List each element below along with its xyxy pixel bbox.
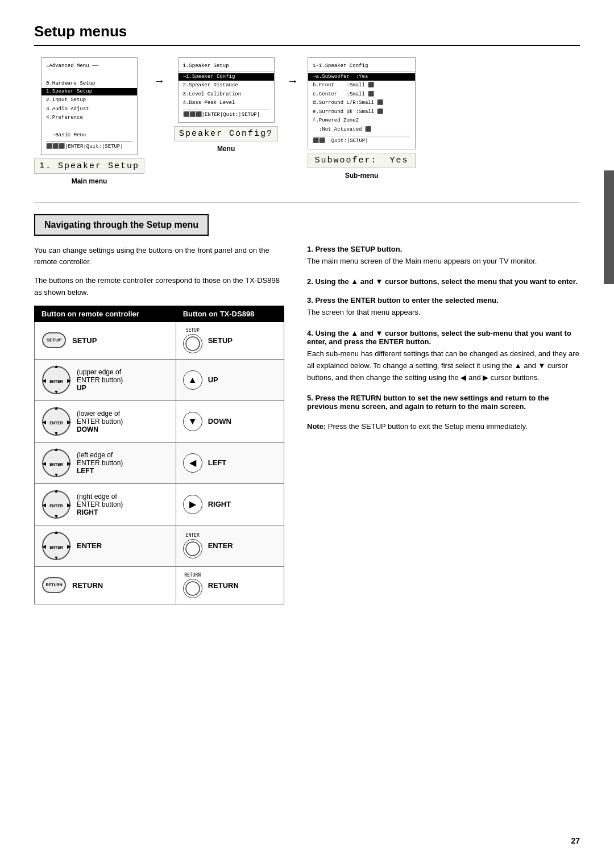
device-cell: ◀ LEFT <box>176 442 284 483</box>
enter-remote-icon: ▲ ▼ ◀ ▶ ENTER <box>42 490 71 519</box>
subsub-menu-lcd: Subwoofer: Yes <box>308 153 416 168</box>
device-cell: ▼ DOWN <box>176 400 284 442</box>
svg-point-33 <box>186 542 200 556</box>
sub-menu-lcd: Speaker Config? <box>174 126 278 141</box>
svg-text:▼: ▼ <box>54 472 59 478</box>
step-list: 1. Press the SETUP button.The main menu … <box>307 245 580 411</box>
arrow-1: → <box>154 57 165 87</box>
remote-cell: ▲ ▼ ◀ ▶ ENTER (right edge ofENTER button… <box>35 483 176 525</box>
page-number: 27 <box>571 836 580 845</box>
setup-remote-icon: SETUP <box>42 332 67 349</box>
remote-cell: ▲ ▼ ◀ ▶ ENTER (upper edge ofENTER button… <box>35 359 176 400</box>
col-header-remote: Button on remote controller <box>35 306 176 322</box>
note-label: Note: <box>307 422 326 431</box>
device-btn-label: LEFT <box>208 458 227 467</box>
main-menu-label: Main menu <box>72 177 107 185</box>
device-btn-icon: ▼ <box>183 412 202 431</box>
svg-text:▶: ▶ <box>67 461 71 466</box>
svg-point-2 <box>186 337 200 350</box>
step-body: Each sub-menu has different settings tha… <box>307 348 580 383</box>
device-btn-cell: RETURN RETURN <box>183 573 277 598</box>
step-item: 5. Press the RETURN button to set the ne… <box>307 394 580 411</box>
svg-text:▼: ▼ <box>54 555 59 561</box>
main-menu-column: =Advanced Menu —— 0.Hardware Setup 1.Spe… <box>34 57 144 185</box>
device-btn-icon: ▲ <box>183 370 202 390</box>
remote-btn-cell: ▲ ▼ ◀ ▶ ENTER (lower edge ofENTER button… <box>42 407 169 436</box>
left-column: You can change settings using the button… <box>34 245 284 604</box>
svg-text:◀: ◀ <box>42 461 46 466</box>
svg-text:ENTER: ENTER <box>49 462 63 466</box>
table-row: ▲ ▼ ◀ ▶ ENTER (left edge ofENTER button)… <box>35 442 284 483</box>
button-table: Button on remote controller Button on TX… <box>34 306 284 604</box>
device-btn-label: SETUP <box>208 336 233 345</box>
table-row: RETURN RETURN RETURN RETURN <box>35 566 284 604</box>
remote-btn-cell: ▲ ▼ ◀ ▶ ENTER ENTER <box>42 531 169 561</box>
svg-point-36 <box>186 582 200 595</box>
remote-btn-cell: ▲ ▼ ◀ ▶ ENTER (left edge ofENTER button)… <box>42 448 169 478</box>
svg-text:▲: ▲ <box>54 365 59 369</box>
remote-btn-desc: (upper edge ofENTER button)UP <box>77 368 123 392</box>
remote-btn-desc: (lower edge ofENTER button)DOWN <box>77 410 123 433</box>
svg-text:SETUP: SETUP <box>47 337 62 343</box>
remote-btn-cell: ▲ ▼ ◀ ▶ ENTER (right edge ofENTER button… <box>42 490 169 519</box>
device-btn-cell: ▲ UP <box>183 370 277 390</box>
step-title: 3. Press the ENTER button to enter the s… <box>307 296 580 304</box>
arrow-2: → <box>287 57 298 87</box>
device-btn-cell: ▶ RIGHT <box>183 495 277 514</box>
svg-text:▲: ▲ <box>54 490 59 494</box>
svg-text:◀: ◀ <box>42 419 46 425</box>
step-title: 5. Press the RETURN button to set the ne… <box>307 394 580 411</box>
remote-btn-desc: (left edge ofENTER button)LEFT <box>77 451 123 475</box>
svg-text:▶: ▶ <box>67 502 71 508</box>
step-item: 1. Press the SETUP button.The main menu … <box>307 245 580 268</box>
table-row: ▲ ▼ ◀ ▶ ENTER (upper edge ofENTER button… <box>35 359 284 400</box>
main-menu-lcd: 1. Speaker Setup <box>34 158 144 174</box>
remote-btn-cell: SETUP SETUP <box>42 332 169 349</box>
svg-text:◀: ◀ <box>42 544 46 549</box>
device-cell: ▶ RIGHT <box>176 483 284 525</box>
remote-cell: ▲ ▼ ◀ ▶ ENTER ENTER <box>35 525 176 566</box>
diagram-area: =Advanced Menu —— 0.Hardware Setup 1.Spe… <box>34 57 580 185</box>
nav-heading-text: Navigating through the Setup menu <box>44 220 198 229</box>
device-cell: RETURN RETURN <box>176 566 284 604</box>
device-cell: ENTER ENTER <box>176 525 284 566</box>
intro-para-2: The buttons on the remote controller cor… <box>34 275 284 299</box>
right-column: 1. Press the SETUP button.The main menu … <box>307 245 580 604</box>
device-btn-cell: ▼ DOWN <box>183 412 277 431</box>
svg-text:▲: ▲ <box>54 531 59 535</box>
step-body: The screen for that menu appears. <box>307 307 580 319</box>
svg-text:▼: ▼ <box>54 514 59 519</box>
step-item: 3. Press the ENTER button to enter the s… <box>307 296 580 319</box>
device-btn-label: RETURN <box>208 581 239 590</box>
table-row: ▲ ▼ ◀ ▶ ENTER ENTER ENTER ENTER <box>35 525 284 566</box>
step-title: 2. Using the ▲ and ▼ cursor buttons, sel… <box>307 277 580 286</box>
remote-cell: ▲ ▼ ◀ ▶ ENTER (left edge ofENTER button)… <box>35 442 176 483</box>
remote-btn-cell: ▲ ▼ ◀ ▶ ENTER (upper edge ofENTER button… <box>42 365 169 395</box>
svg-text:▶: ▶ <box>67 378 71 383</box>
remote-btn-desc: (right edge ofENTER button)RIGHT <box>77 493 123 516</box>
svg-text:▼: ▼ <box>54 431 59 436</box>
side-bar-decoration <box>604 170 614 284</box>
device-btn-icon: ▶ <box>183 495 202 514</box>
subsub-menu-column: 1-1.Speaker Config →a.Subwoofer :Yes b.F… <box>308 57 416 180</box>
device-cell: ▲ UP <box>176 359 284 400</box>
device-cell: SETUP SETUP <box>176 322 284 359</box>
device-btn-cell: SETUP SETUP <box>183 328 277 353</box>
sub-menu-label: Menu <box>217 145 235 153</box>
svg-text:ENTER: ENTER <box>49 379 63 383</box>
device-btn-icon: RETURN <box>183 573 202 598</box>
intro-para-1: You can change settings using the button… <box>34 245 284 269</box>
main-menu-screen: =Advanced Menu —— 0.Hardware Setup 1.Spe… <box>41 57 138 155</box>
remote-btn-label: RETURN <box>72 581 103 590</box>
device-btn-label: RIGHT <box>208 500 231 508</box>
remote-btn-cell: RETURN RETURN <box>42 577 169 594</box>
device-btn-icon: SETUP <box>183 328 202 353</box>
svg-text:▶: ▶ <box>67 544 71 549</box>
remote-cell: ▲ ▼ ◀ ▶ ENTER (lower edge ofENTER button… <box>35 400 176 442</box>
enter-remote-icon: ▲ ▼ ◀ ▶ ENTER <box>42 531 71 561</box>
step-body: The main menu screen of the Main menu ap… <box>307 256 580 268</box>
table-row: ▲ ▼ ◀ ▶ ENTER (lower edge ofENTER button… <box>35 400 284 442</box>
table-row: SETUP SETUP SETUP SETUP <box>35 322 284 359</box>
page-title: Setup menus <box>34 23 580 46</box>
svg-text:▲: ▲ <box>54 448 59 452</box>
